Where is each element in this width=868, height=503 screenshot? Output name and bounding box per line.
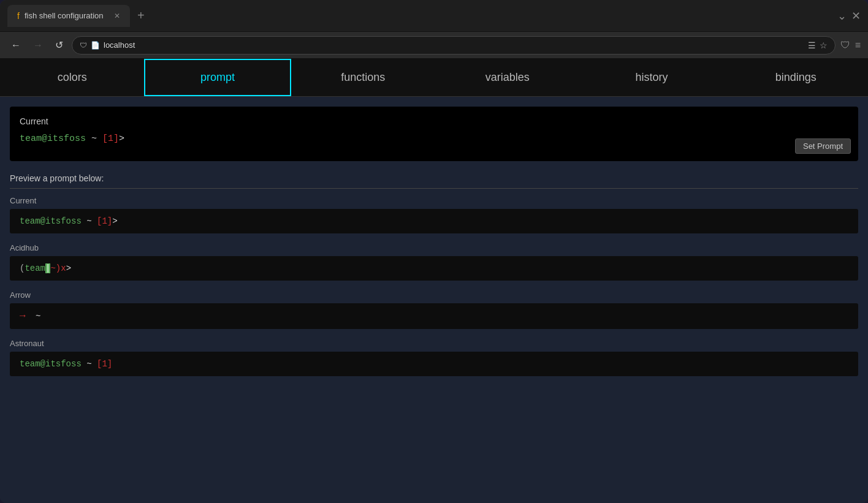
- address-bar[interactable]: 🛡 📄 localhost ☰ ☆: [72, 36, 836, 55]
- tab-colors[interactable]: colors: [0, 59, 144, 96]
- preview-label: Preview a prompt below:: [10, 173, 858, 189]
- prompt-job-count: [1]: [102, 134, 119, 144]
- acidhub-end: >: [66, 263, 71, 273]
- close-tab-button[interactable]: ✕: [114, 12, 120, 20]
- title-bar-controls: ⌄ ✕: [837, 9, 861, 23]
- prompt-end-char: >: [119, 134, 124, 144]
- reader-mode-icon[interactable]: ☰: [808, 40, 816, 50]
- astronaut-sep: ~: [82, 359, 97, 369]
- tab-bindings[interactable]: bindings: [724, 59, 868, 96]
- current-preview-job: [1]: [97, 216, 112, 226]
- toolbar: ← → ↺ 🛡 📄 localhost ☰ ☆ 🛡 ≡: [0, 32, 868, 59]
- acidhub-bracket-close: ): [56, 263, 61, 273]
- set-prompt-button[interactable]: Set Prompt: [795, 138, 851, 154]
- current-preview-end: >: [112, 216, 117, 226]
- current-prompt-section: Current team@itsfoss ~ [1]> Set Prompt: [10, 107, 858, 161]
- menu-button[interactable]: ≡: [855, 40, 861, 51]
- reload-button[interactable]: ↺: [51, 37, 67, 53]
- tab-title: fish shell configuration: [25, 11, 104, 20]
- prompt-group-arrow-label: Arrow: [10, 290, 858, 300]
- prompt-preview-current[interactable]: team@itsfoss ~ [1]>: [10, 209, 858, 233]
- security-icon: 🛡: [80, 41, 87, 50]
- page-content: colors prompt functions variables histor…: [0, 59, 868, 503]
- astronaut-job: [1]: [97, 359, 112, 369]
- tab-history[interactable]: history: [579, 59, 723, 96]
- current-preview-user: team@itsfoss: [20, 216, 82, 226]
- prompt-preview-astronaut[interactable]: team@itsfoss ~ [1]: [10, 352, 858, 376]
- tab-bar: f fish shell configuration ✕ +: [7, 5, 832, 27]
- browser-tab[interactable]: f fish shell configuration ✕: [7, 5, 130, 27]
- back-button[interactable]: ←: [7, 37, 25, 53]
- dropdown-button[interactable]: ⌄: [837, 9, 847, 23]
- prompt-group-arrow: Arrow → ~: [10, 290, 858, 329]
- tab-variables[interactable]: variables: [435, 59, 579, 96]
- prompt-group-acidhub-label: Acidhub: [10, 243, 858, 252]
- current-prompt-display: team@itsfoss ~ [1]>: [20, 134, 848, 144]
- toolbar-right: 🛡 ≡: [840, 40, 861, 51]
- bookmark-icon[interactable]: ☆: [820, 40, 828, 50]
- prompt-preview-arrow[interactable]: → ~: [10, 303, 858, 329]
- close-window-button[interactable]: ✕: [851, 9, 861, 23]
- prompt-separator: ~: [86, 134, 102, 144]
- tab-fish-icon: f: [17, 11, 20, 21]
- shield-button[interactable]: 🛡: [840, 40, 850, 51]
- nav-tabs: colors prompt functions variables histor…: [0, 59, 868, 97]
- tab-prompt[interactable]: prompt: [144, 59, 291, 96]
- main-panel: Current team@itsfoss ~ [1]> Set Prompt P…: [0, 97, 868, 396]
- forward-button[interactable]: →: [29, 37, 47, 53]
- prompt-group-astronaut-label: Astronaut: [10, 339, 858, 348]
- content-area: colors prompt functions variables histor…: [0, 59, 868, 503]
- browser-window: f fish shell configuration ✕ + ⌄ ✕ ← → ↺…: [0, 0, 868, 503]
- acidhub-tilde: ~: [50, 263, 55, 273]
- url-display: localhost: [104, 40, 804, 50]
- arrow-symbol: →: [20, 311, 26, 322]
- prompt-group-acidhub: Acidhub (team|~)x>: [10, 243, 858, 281]
- current-preview-sep: ~: [82, 216, 97, 226]
- prompt-user-host: team@itsfoss: [20, 134, 86, 144]
- prompt-group-current: Current team@itsfoss ~ [1]>: [10, 196, 858, 233]
- prompt-preview-acidhub[interactable]: (team|~)x>: [10, 256, 858, 281]
- preview-section: Preview a prompt below: Current team@its…: [10, 173, 858, 376]
- title-bar: f fish shell configuration ✕ + ⌄ ✕: [0, 0, 868, 32]
- prompt-group-current-label: Current: [10, 196, 858, 205]
- tab-functions[interactable]: functions: [291, 59, 435, 96]
- prompt-group-astronaut: Astronaut team@itsfoss ~ [1]: [10, 339, 858, 376]
- current-label: Current: [20, 116, 848, 126]
- astronaut-user-host: team@itsfoss: [20, 359, 82, 369]
- new-tab-button[interactable]: +: [132, 6, 150, 25]
- page-icon: 📄: [91, 41, 100, 50]
- acidhub-team: team: [25, 263, 45, 273]
- acidhub-x: x: [61, 263, 66, 273]
- arrow-tilde: ~: [31, 311, 41, 321]
